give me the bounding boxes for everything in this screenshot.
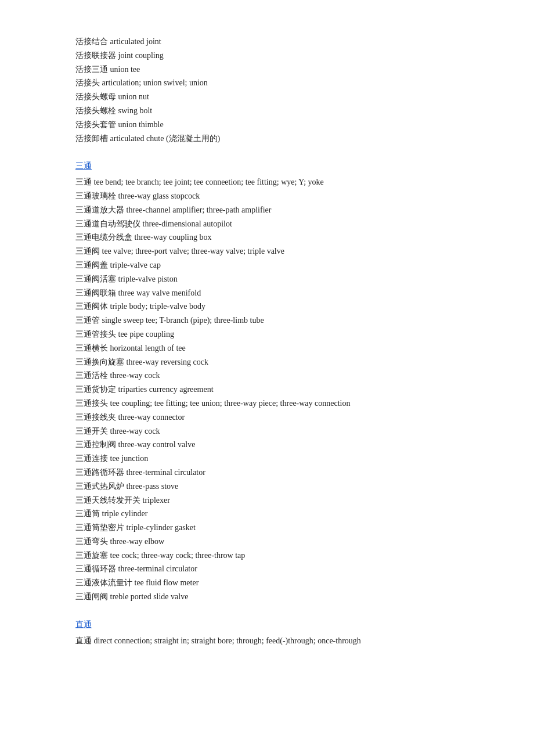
zh-term: 三通接头 — [75, 399, 108, 408]
zh-term: 三通阀 — [75, 247, 100, 255]
entry-line: 三通筒 triple cylinder — [75, 507, 459, 521]
zh-term: 三通电缆分线盒 — [75, 233, 132, 242]
zh-term: 三通式热风炉 — [75, 482, 124, 491]
entry-line: 三通弯头 three-way elbow — [75, 535, 459, 549]
entry-line: 三通管 single sweep tee; T-branch (pipe); t… — [75, 314, 459, 327]
zh-term: 三通弯头 — [75, 537, 108, 546]
en-term: tee coupling; tee fitting; tee union; th… — [110, 399, 351, 408]
zh-term: 活接头 — [75, 78, 100, 87]
zh-term: 三通玻璃栓 — [75, 192, 116, 200]
zh-term: 三通横长 — [75, 344, 108, 352]
entry-line: 三通道放大器 three-channel amplifier; three-pa… — [75, 203, 459, 217]
entry-line: 三通天线转发开关 triplexer — [75, 494, 459, 507]
entry-line: 三通接线夹 three-way connector — [75, 411, 459, 424]
entry-line: 三通阀盖 triple-valve cap — [75, 258, 459, 272]
zh-term: 三通阀活塞 — [75, 275, 116, 283]
zh-term: 活接头套管 — [75, 120, 116, 129]
en-term: tee junction — [110, 454, 149, 463]
en-term: tee bend; tee branch; tee joint; tee con… — [94, 178, 324, 186]
en-term: three-way cock — [110, 371, 160, 380]
section-top-entries: 活接结合 articulated joint活接联接器 joint coupli… — [75, 35, 459, 145]
entry-line: 活接联接器 joint coupling — [75, 49, 459, 63]
zh-term: 三通阀联箱 — [75, 289, 116, 297]
section-heading-san-tong[interactable]: 三通 — [75, 159, 459, 173]
entry-line: 三通连接 tee junction — [75, 452, 459, 466]
en-term: union thimble — [118, 120, 164, 129]
zh-term: 活接卸槽 — [75, 134, 108, 143]
entry-line: 三通路循环器 three-terminal circulator — [75, 466, 459, 480]
zh-term: 三通阀体 — [75, 302, 108, 311]
zh-term: 活接结合 — [75, 37, 108, 46]
en-term: horizontal length of tee — [110, 344, 186, 352]
en-term: three-way connector — [118, 413, 185, 422]
zh-term: 活接三通 — [75, 65, 108, 74]
zh-term: 三通阀盖 — [75, 261, 108, 269]
en-term: joint coupling — [118, 51, 164, 60]
entry-line: 三通闸阀 treble ported slide valve — [75, 590, 459, 604]
en-term: three-terminal circulator — [118, 564, 197, 573]
en-term: three-way control valve — [118, 440, 196, 449]
entry-line: 活接卸槽 articulated chute (浇混凝土用的) — [75, 132, 459, 146]
en-term: articulated chute (浇混凝土用的) — [110, 134, 221, 143]
en-term: treble ported slide valve — [110, 592, 189, 601]
en-term: triple-valve piston — [118, 275, 178, 283]
entry-line: 三通玻璃栓 three-way glass stopcock — [75, 189, 459, 203]
en-term: three-way reversing cock — [127, 358, 208, 366]
entry-line: 三通活栓 three-way cock — [75, 369, 459, 383]
en-term: three-way elbow — [110, 537, 165, 546]
zh-term: 直通 — [75, 636, 92, 645]
entry-line: 三通筒垫密片 triple-cylinder gasket — [75, 521, 459, 535]
zh-term: 三通接线夹 — [75, 413, 116, 422]
zh-term: 三通管接头 — [75, 330, 116, 339]
entry-line: 直通 direct connection; straight in; strai… — [75, 634, 459, 648]
en-term: tee valve; three-port valve; three-way v… — [102, 247, 284, 255]
section-san-tong: 三通三通 tee bend; tee branch; tee joint; te… — [75, 159, 459, 604]
en-term: articulated joint — [110, 37, 161, 46]
en-term: union nut — [118, 92, 149, 101]
en-term: triple cylinder — [102, 509, 148, 518]
entry-line: 三通阀联箱 three way valve menifold — [75, 286, 459, 300]
entry-line: 三通 tee bend; tee branch; tee joint; tee … — [75, 175, 459, 189]
zh-term: 三通连接 — [75, 454, 108, 463]
entry-line: 三通横长 horizontal length of tee — [75, 341, 459, 355]
zh-term: 三通开关 — [75, 427, 108, 435]
en-term: direct connection; straight in; straight… — [94, 636, 361, 645]
en-term: tee pipe coupling — [118, 330, 174, 339]
entry-line: 活接头套管 union thimble — [75, 118, 459, 132]
zh-term: 活接联接器 — [75, 51, 116, 60]
en-term: triplexer — [143, 496, 170, 505]
en-term: tee cock; three-way cock; three-throw ta… — [110, 551, 246, 560]
section-heading-zhi-tong[interactable]: 直通 — [75, 618, 459, 632]
zh-term: 三通筒 — [75, 509, 100, 518]
zh-term: 三通道自动驾驶仪 — [75, 219, 140, 228]
zh-term: 活接头螺栓 — [75, 106, 116, 115]
entry-line: 三通控制阀 three-way control valve — [75, 438, 459, 452]
entry-line: 活接头螺母 union nut — [75, 90, 459, 104]
zh-term: 三通 — [75, 178, 92, 186]
zh-term: 三通路循环器 — [75, 468, 124, 477]
zh-term: 三通天线转发开关 — [75, 496, 140, 505]
entry-line: 三通换向旋塞 three-way reversing cock — [75, 355, 459, 369]
en-term: three-way coupling box — [135, 233, 212, 242]
entry-line: 三通阀 tee valve; three-port valve; three-w… — [75, 244, 459, 258]
zh-term: 三通液体流量计 — [75, 578, 132, 587]
page-content: 活接结合 articulated joint活接联接器 joint coupli… — [75, 35, 459, 647]
zh-term: 三通道放大器 — [75, 206, 124, 214]
entry-line: 三通旋塞 tee cock; three-way cock; three-thr… — [75, 549, 459, 563]
zh-term: 三通活栓 — [75, 371, 108, 380]
section-zhi-tong: 直通直通 direct connection; straight in; str… — [75, 618, 459, 648]
zh-term: 三通旋塞 — [75, 551, 108, 560]
zh-term: 三通控制阀 — [75, 440, 116, 449]
en-term: three-pass stove — [127, 482, 179, 491]
entry-line: 三通阀活塞 triple-valve piston — [75, 272, 459, 286]
entry-line: 活接三通 union tee — [75, 63, 459, 77]
entry-line: 三通液体流量计 tee fluid flow meter — [75, 576, 459, 590]
en-term: three way valve menifold — [118, 289, 201, 297]
entry-line: 活接头螺栓 swing bolt — [75, 104, 459, 118]
entry-line: 三通循环器 three-terminal circulator — [75, 562, 459, 576]
zh-term: 活接头螺母 — [75, 92, 116, 101]
entry-line: 三通接头 tee coupling; tee fitting; tee unio… — [75, 397, 459, 411]
zh-term: 三通换向旋塞 — [75, 358, 124, 366]
en-term: three-way cock — [110, 427, 160, 435]
entry-line: 三通阀体 triple body; triple-valve body — [75, 300, 459, 314]
